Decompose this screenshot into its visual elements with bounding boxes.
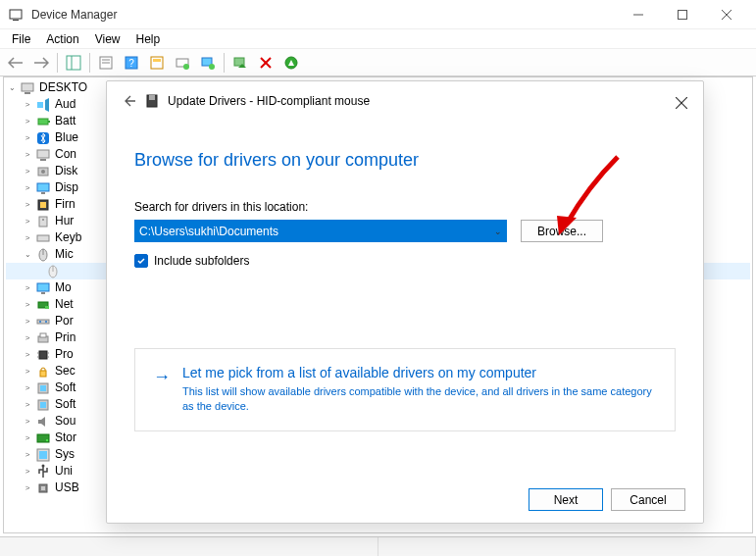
expand-icon[interactable]: > bbox=[22, 382, 33, 394]
next-button[interactable]: Next bbox=[529, 488, 603, 511]
expand-icon[interactable]: > bbox=[22, 199, 33, 211]
expand-icon[interactable]: > bbox=[22, 332, 33, 344]
dialog-heading: Browse for drivers on your computer bbox=[134, 150, 676, 171]
minimize-button[interactable] bbox=[616, 1, 660, 28]
dialog-title: Update Drivers - HID-compliant mouse bbox=[168, 94, 370, 108]
pick-from-list-option[interactable]: → Let me pick from a list of available d… bbox=[134, 348, 676, 431]
tree-item-label: Prin bbox=[55, 329, 76, 346]
option-text: Let me pick from a list of available dri… bbox=[182, 365, 655, 415]
back-button[interactable] bbox=[4, 52, 27, 74]
expand-icon[interactable]: > bbox=[22, 299, 33, 311]
expand-icon[interactable]: > bbox=[22, 166, 33, 177]
svg-rect-40 bbox=[37, 235, 49, 241]
expand-icon[interactable]: > bbox=[22, 116, 33, 127]
window-titlebar: Device Manager bbox=[0, 0, 756, 29]
uninstall-button[interactable] bbox=[228, 52, 252, 74]
disable-button[interactable] bbox=[254, 52, 277, 74]
browse-button[interactable]: Browse... bbox=[521, 220, 603, 242]
include-subfolders-row[interactable]: Include subfolders bbox=[134, 254, 676, 268]
expand-icon[interactable]: > bbox=[22, 449, 33, 461]
expand-icon[interactable]: ⌄ bbox=[22, 249, 33, 261]
expand-icon[interactable]: > bbox=[22, 232, 33, 244]
expand-icon[interactable]: > bbox=[22, 316, 33, 328]
computer-icon bbox=[35, 147, 51, 163]
security-icon bbox=[35, 364, 51, 379]
svg-rect-47 bbox=[41, 292, 45, 294]
path-row: ⌄ Browse... bbox=[134, 220, 676, 242]
svg-rect-28 bbox=[48, 121, 50, 123]
ports-icon bbox=[35, 314, 51, 329]
expand-icon[interactable]: > bbox=[22, 99, 33, 111]
status-cell bbox=[378, 537, 757, 556]
svg-point-16 bbox=[183, 64, 189, 70]
expand-icon[interactable]: > bbox=[22, 282, 33, 294]
svg-rect-71 bbox=[41, 486, 45, 490]
toolbar-icon[interactable] bbox=[171, 52, 194, 74]
expand-icon[interactable]: > bbox=[22, 349, 33, 361]
expand-icon[interactable]: > bbox=[22, 132, 33, 144]
tree-item-label: Uni bbox=[55, 463, 73, 480]
expand-icon[interactable]: > bbox=[22, 399, 33, 411]
svg-rect-24 bbox=[22, 83, 33, 91]
expand-icon[interactable]: > bbox=[22, 216, 33, 227]
svg-point-66 bbox=[46, 439, 48, 441]
cancel-button[interactable]: Cancel bbox=[611, 488, 685, 511]
update-driver-button[interactable] bbox=[196, 52, 220, 74]
display-icon bbox=[35, 180, 51, 196]
tree-item-label: Pro bbox=[55, 346, 74, 363]
path-input[interactable] bbox=[135, 221, 506, 241]
svg-rect-1 bbox=[13, 20, 19, 21]
expand-icon[interactable]: > bbox=[22, 366, 33, 378]
show-hide-tree-button[interactable] bbox=[62, 52, 85, 74]
svg-point-18 bbox=[209, 64, 215, 70]
forward-button[interactable] bbox=[29, 52, 53, 74]
help-button[interactable]: ? bbox=[120, 52, 143, 74]
tree-item-label: Sec bbox=[55, 363, 76, 379]
sound-icon bbox=[35, 414, 51, 430]
svg-rect-14 bbox=[153, 59, 161, 62]
expand-icon[interactable]: > bbox=[22, 182, 33, 194]
usb-connector-icon bbox=[35, 480, 51, 496]
tree-item-label: Keyb bbox=[55, 229, 81, 246]
expand-icon[interactable]: > bbox=[22, 466, 33, 478]
expand-icon[interactable]: > bbox=[22, 149, 33, 161]
back-icon[interactable] bbox=[117, 89, 140, 113]
maximize-button[interactable] bbox=[660, 1, 704, 28]
expand-icon[interactable]: > bbox=[22, 416, 33, 428]
window-title: Device Manager bbox=[31, 8, 616, 22]
properties-button[interactable] bbox=[94, 52, 118, 74]
close-button[interactable] bbox=[704, 1, 748, 28]
disk-icon bbox=[35, 164, 51, 179]
svg-point-51 bbox=[39, 321, 41, 323]
mouse-child-icon bbox=[45, 264, 61, 279]
collapse-icon[interactable]: ⌄ bbox=[6, 82, 18, 94]
checkbox-checked-icon[interactable] bbox=[134, 254, 148, 268]
menu-action[interactable]: Action bbox=[38, 30, 86, 48]
svg-rect-34 bbox=[37, 183, 49, 191]
svg-rect-37 bbox=[40, 202, 46, 208]
svg-rect-50 bbox=[37, 320, 49, 324]
toolbar-separator bbox=[89, 53, 90, 73]
expand-icon[interactable]: > bbox=[22, 482, 33, 494]
expand-icon[interactable]: > bbox=[22, 432, 33, 444]
dialog-close-button[interactable] bbox=[668, 89, 695, 117]
path-combobox[interactable]: ⌄ bbox=[134, 220, 507, 242]
software-icon bbox=[35, 397, 51, 413]
update-drivers-dialog: Update Drivers - HID-compliant mouse Bro… bbox=[106, 80, 704, 524]
menu-help[interactable]: Help bbox=[128, 30, 169, 48]
menu-file[interactable]: File bbox=[4, 30, 38, 48]
tree-item-label: Mo bbox=[55, 279, 72, 296]
svg-rect-73 bbox=[149, 95, 155, 100]
toolbar-icon[interactable] bbox=[145, 52, 169, 74]
svg-text:?: ? bbox=[128, 58, 134, 69]
svg-rect-30 bbox=[37, 150, 49, 158]
tree-item-label: Por bbox=[55, 313, 74, 329]
status-bar bbox=[0, 536, 756, 556]
menu-view[interactable]: View bbox=[87, 30, 128, 48]
scan-button[interactable] bbox=[279, 52, 303, 74]
tree-item-label: USB bbox=[55, 480, 79, 496]
keyboard-icon bbox=[35, 230, 51, 246]
computer-icon bbox=[20, 80, 35, 96]
arrow-right-icon: → bbox=[153, 367, 171, 415]
svg-rect-60 bbox=[40, 371, 46, 377]
